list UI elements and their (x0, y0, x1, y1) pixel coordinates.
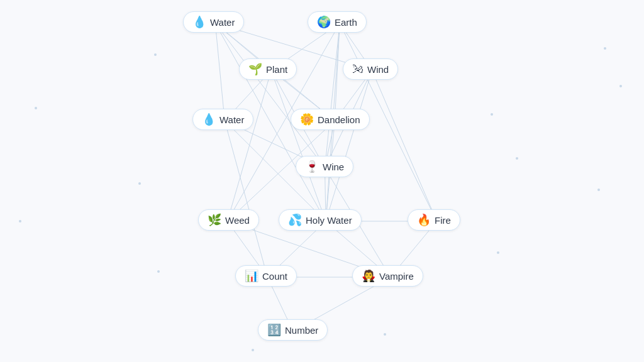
water-mid-icon: 💧 (202, 114, 216, 125)
earth-top-icon: 🌍 (317, 16, 331, 28)
decorative-dot (252, 349, 254, 351)
connections-svg (0, 0, 644, 362)
node-number[interactable]: 🔢Number (258, 319, 328, 341)
count-icon: 📊 (245, 270, 258, 282)
water-top-label: Water (210, 17, 235, 28)
fire-label: Fire (435, 215, 451, 226)
water-top-icon: 💧 (192, 16, 206, 28)
earth-top-label: Earth (335, 17, 357, 28)
node-fire[interactable]: 🔥Fire (408, 209, 460, 231)
canvas: 💧Water🌍Earth🌱Plant🌬Wind💧Water🌼Dandelion🍷… (0, 0, 644, 362)
count-label: Count (262, 271, 287, 282)
vampire-label: Vampire (379, 271, 414, 282)
decorative-dot (384, 333, 386, 336)
decorative-dot (516, 157, 518, 160)
weed-label: Weed (225, 215, 250, 226)
node-dandelion[interactable]: 🌼Dandelion (291, 109, 370, 130)
dandelion-icon: 🌼 (300, 114, 314, 125)
decorative-dot (154, 53, 157, 56)
decorative-dot (597, 189, 600, 191)
node-weed[interactable]: 🌿Weed (198, 209, 259, 231)
wine-icon: 🍷 (305, 161, 319, 172)
connection-line (215, 23, 325, 168)
decorative-dot (497, 251, 499, 254)
wine-label: Wine (323, 162, 344, 172)
number-label: Number (285, 325, 318, 336)
decorative-dot (619, 85, 622, 87)
connection-line (228, 70, 272, 221)
node-earth-top[interactable]: 🌍Earth (308, 11, 367, 33)
connection-line (372, 70, 437, 221)
node-vampire[interactable]: 🧛Vampire (352, 265, 423, 287)
plant-icon: 🌱 (248, 63, 262, 75)
connection-line (325, 23, 340, 168)
number-icon: 🔢 (267, 324, 281, 336)
plant-label: Plant (266, 64, 287, 75)
node-water-mid[interactable]: 💧Water (192, 109, 253, 130)
decorative-dot (491, 113, 493, 116)
weed-icon: 🌿 (208, 214, 221, 226)
holywater-icon: 💦 (288, 214, 302, 226)
wind-label: Wind (367, 64, 389, 75)
decorative-dot (604, 47, 606, 50)
connection-line (335, 23, 340, 121)
node-wind[interactable]: 🌬Wind (343, 58, 398, 80)
node-water-top[interactable]: 💧Water (183, 11, 244, 33)
node-holywater[interactable]: 💦Holy Water (279, 209, 362, 231)
fire-icon: 🔥 (417, 214, 431, 226)
decorative-dot (19, 220, 21, 222)
dandelion-label: Dandelion (318, 114, 360, 125)
connection-line (271, 70, 326, 221)
water-mid-label: Water (219, 114, 244, 125)
node-plant[interactable]: 🌱Plant (239, 58, 297, 80)
wind-icon: 🌬 (352, 63, 364, 75)
decorative-dot (138, 182, 141, 185)
decorative-dot (157, 270, 160, 273)
vampire-icon: 🧛 (362, 270, 375, 282)
node-count[interactable]: 📊Count (235, 265, 297, 287)
decorative-dot (35, 107, 37, 109)
holywater-label: Holy Water (306, 215, 352, 226)
connection-line (215, 23, 225, 121)
connection-line (225, 121, 267, 277)
connection-line (326, 70, 372, 221)
node-wine[interactable]: 🍷Wine (296, 156, 353, 177)
